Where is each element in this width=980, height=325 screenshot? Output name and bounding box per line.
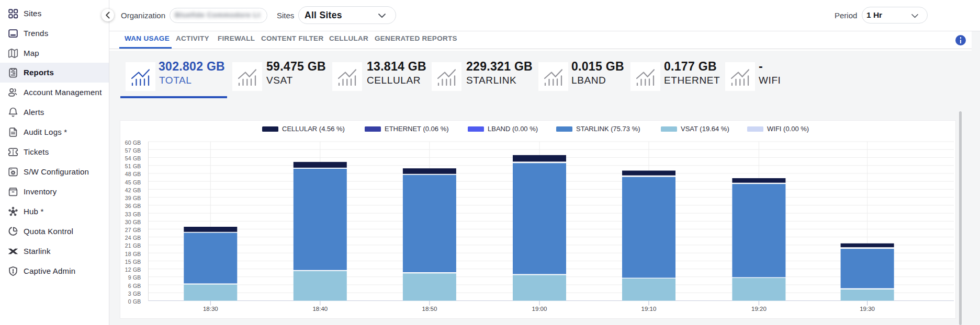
svg-text:36 GB: 36 GB	[125, 203, 141, 209]
svg-text:33 GB: 33 GB	[125, 211, 141, 217]
svg-text:57 GB: 57 GB	[125, 147, 141, 154]
svg-text:60 GB: 60 GB	[125, 140, 141, 146]
svg-text:27 GB: 27 GB	[125, 227, 141, 233]
svg-text:24 GB: 24 GB	[125, 235, 141, 241]
svg-text:9 GB: 9 GB	[128, 274, 141, 281]
svg-text:45 GB: 45 GB	[125, 179, 141, 185]
svg-text:3 GB: 3 GB	[128, 291, 141, 297]
svg-text:21 GB: 21 GB	[125, 242, 141, 249]
svg-text:18:40: 18:40	[312, 306, 328, 312]
svg-text:51 GB: 51 GB	[125, 163, 141, 169]
svg-text:12 GB: 12 GB	[125, 266, 141, 273]
svg-text:19:30: 19:30	[860, 306, 875, 312]
svg-text:19:20: 19:20	[751, 306, 767, 312]
svg-text:42 GB: 42 GB	[125, 187, 141, 193]
svg-text:48 GB: 48 GB	[125, 171, 141, 177]
svg-text:15 GB: 15 GB	[125, 259, 141, 265]
svg-text:0 GB: 0 GB	[128, 298, 141, 305]
svg-text:39 GB: 39 GB	[125, 195, 141, 201]
svg-text:54 GB: 54 GB	[125, 155, 141, 161]
svg-text:18:50: 18:50	[422, 306, 437, 312]
svg-text:19:00: 19:00	[532, 306, 547, 312]
svg-text:6 GB: 6 GB	[128, 283, 141, 289]
svg-text:18:30: 18:30	[203, 306, 218, 312]
svg-text:30 GB: 30 GB	[125, 219, 141, 225]
svg-text:18 GB: 18 GB	[125, 251, 141, 257]
svg-text:19:10: 19:10	[641, 306, 657, 312]
